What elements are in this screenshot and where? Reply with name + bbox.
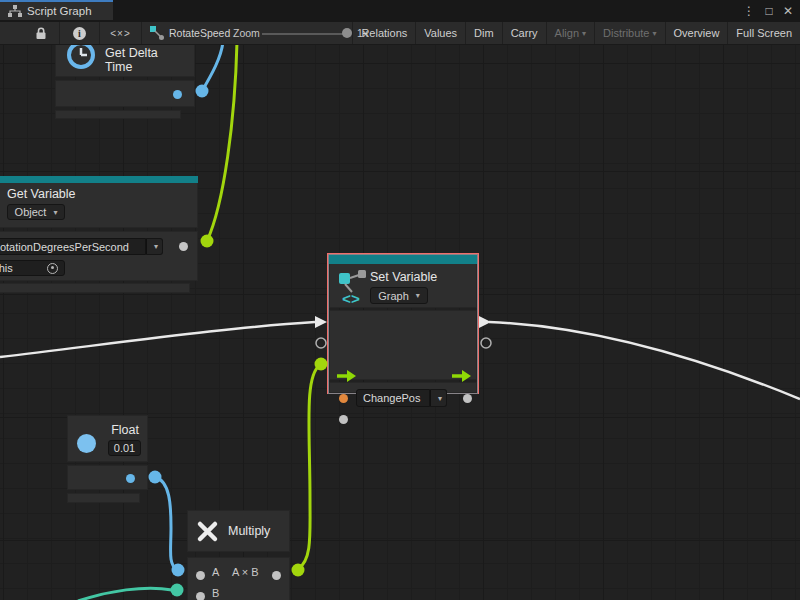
output-port-value[interactable] bbox=[463, 394, 472, 403]
input-port-value[interactable] bbox=[339, 394, 348, 403]
node-set-variable[interactable]: <> Set Variable Graph ▾ ChangePos bbox=[329, 255, 477, 393]
info-icon: i bbox=[73, 27, 86, 40]
zoom-slider-track[interactable] bbox=[262, 33, 350, 35]
node-footer bbox=[55, 110, 181, 119]
node-title: Get Delta Time bbox=[105, 46, 186, 74]
output-port-delta-time[interactable] bbox=[173, 90, 182, 99]
variable-scope-dropdown[interactable]: Object ▾ bbox=[7, 204, 65, 220]
menu-icon[interactable]: ⋮ bbox=[740, 0, 758, 22]
lock-icon bbox=[35, 26, 47, 40]
variable-scope-dropdown[interactable]: Graph ▾ bbox=[370, 287, 428, 304]
port-label-b: B bbox=[212, 587, 219, 599]
distribute-button[interactable]: Distribute▾ bbox=[594, 22, 664, 44]
zoom-label: Zoom bbox=[233, 22, 260, 44]
output-port-value[interactable] bbox=[179, 242, 188, 251]
output-port-product[interactable] bbox=[272, 571, 281, 580]
chevron-down-icon: ▾ bbox=[154, 242, 158, 251]
node-footer bbox=[67, 493, 140, 503]
variable-name-field[interactable]: RotationDegreesPerSecond bbox=[0, 238, 146, 255]
toolbar-right-group: Relations Values Dim Carry Align▾ Distri… bbox=[352, 22, 800, 44]
current-graph[interactable]: RotateSpeed bbox=[150, 22, 230, 44]
variable-name-field[interactable]: ChangePos bbox=[356, 389, 430, 407]
node-get-variable[interactable]: Get Variable Object ▾ RotationDegreesPer… bbox=[0, 176, 198, 293]
svg-text:<>: <> bbox=[342, 292, 360, 306]
variable-name-caret-button[interactable]: ▾ bbox=[430, 389, 447, 407]
info-button[interactable]: i bbox=[60, 22, 100, 44]
graph-variable-icon: <> bbox=[337, 268, 367, 306]
tab-title: Script Graph bbox=[27, 5, 92, 17]
node-title: Multiply bbox=[228, 524, 270, 538]
input-port-fallback[interactable] bbox=[339, 415, 348, 424]
float-icon bbox=[77, 434, 96, 453]
variable-accent-bar bbox=[329, 255, 477, 264]
maximize-icon[interactable]: □ bbox=[760, 0, 778, 22]
node-float[interactable]: Float 0.01 bbox=[67, 415, 148, 503]
output-port-float[interactable] bbox=[126, 474, 135, 483]
overview-button[interactable]: Overview bbox=[665, 22, 728, 44]
node-multiply[interactable]: Multiply A A × B B bbox=[187, 510, 290, 600]
window-tab-bar: Script Graph ⋮ □ ✕ bbox=[0, 0, 800, 22]
port-label-output: A × B bbox=[232, 566, 259, 578]
node-title: Get Variable bbox=[7, 187, 189, 201]
fullscreen-button[interactable]: Full Screen bbox=[727, 22, 800, 44]
target-field[interactable]: This bbox=[0, 260, 65, 276]
object-picker-icon[interactable] bbox=[47, 263, 58, 274]
graph-toolbar: i <×> RotateSpeed Zoom 1x Relations Valu… bbox=[0, 22, 800, 45]
input-port-a[interactable] bbox=[196, 571, 205, 580]
node-title: Set Variable bbox=[370, 270, 437, 284]
flow-input-arrow[interactable] bbox=[336, 369, 357, 383]
graph-icon bbox=[8, 5, 22, 17]
chevron-down-icon: ▾ bbox=[582, 29, 586, 38]
graph-name-label: RotateSpeed bbox=[169, 27, 230, 39]
node-footer bbox=[0, 283, 190, 293]
carry-button[interactable]: Carry bbox=[502, 22, 546, 44]
port-label-a: A bbox=[212, 566, 219, 578]
chevron-down-icon: ▾ bbox=[53, 208, 57, 217]
chevron-down-icon: ▾ bbox=[653, 29, 657, 38]
code-view-icon: <×> bbox=[110, 28, 131, 39]
relations-button[interactable]: Relations bbox=[352, 22, 415, 44]
align-button[interactable]: Align▾ bbox=[546, 22, 594, 44]
multiply-icon bbox=[196, 520, 219, 543]
lock-button[interactable] bbox=[22, 22, 60, 44]
variable-accent-bar bbox=[0, 176, 198, 183]
float-value-input[interactable]: 0.01 bbox=[108, 440, 141, 456]
unity-visual-scripting-window: Time Get Delta Time Get Variable Object … bbox=[0, 0, 800, 600]
values-button[interactable]: Values bbox=[415, 22, 465, 44]
node-title: Float bbox=[111, 423, 139, 437]
graph-asset-icon bbox=[150, 26, 164, 40]
close-icon[interactable]: ✕ bbox=[779, 0, 797, 22]
variable-name-caret-button[interactable]: ▾ bbox=[146, 238, 163, 255]
tab-script-graph[interactable]: Script Graph bbox=[0, 0, 113, 20]
code-view-button[interactable]: <×> bbox=[100, 22, 142, 44]
dim-button[interactable]: Dim bbox=[465, 22, 502, 44]
flow-output-arrow[interactable] bbox=[451, 369, 472, 383]
input-port-b[interactable] bbox=[196, 592, 205, 600]
chevron-down-icon: ▾ bbox=[416, 291, 420, 300]
zoom-slider-knob[interactable] bbox=[342, 28, 352, 38]
chevron-down-icon: ▾ bbox=[438, 394, 442, 403]
